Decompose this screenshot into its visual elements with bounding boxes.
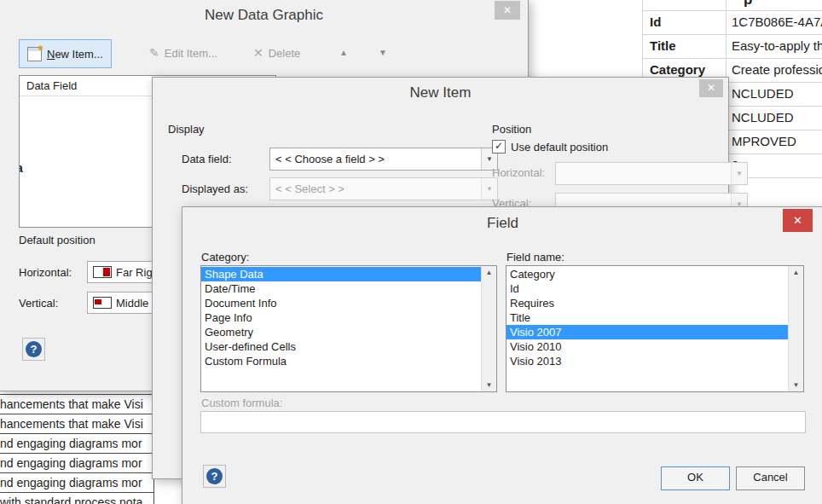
new-item-button-label: New Item... [47, 48, 103, 61]
display-group-label: Display [168, 123, 205, 136]
external-data-row[interactable]: nd engaging diagrams mor [0, 454, 153, 473]
horizontal-label: Horizontal: [19, 266, 72, 279]
field-name-label: Field name: [507, 251, 564, 264]
external-data-row[interactable]: with standard process nota [0, 493, 153, 504]
edit-icon: ✎ [149, 46, 159, 60]
vertical-label: Vertical: [19, 297, 58, 310]
delete-button[interactable]: ✕ Delete [246, 39, 308, 67]
panel-title-fragment: p [744, 0, 752, 9]
shape-data-label: Id [650, 10, 661, 34]
field-name-list-item[interactable]: Visio 2010 [507, 339, 789, 354]
field-dialog: Field ✕ Category: Shape DataDate/TimeDoc… [182, 206, 822, 504]
close-button[interactable]: ✕ [699, 79, 723, 97]
dialog-title: Field [182, 207, 822, 240]
new-item-icon: ✱ [27, 47, 42, 61]
far-right-position-icon [93, 266, 112, 278]
horizontal-label: Horizontal: [492, 166, 545, 179]
close-icon: ✕ [503, 4, 512, 16]
dialog-title: New Item [153, 78, 728, 108]
category-list-scrollbar[interactable]: ▲ ▼ [481, 266, 496, 391]
vertical-position-value: Middle [116, 297, 148, 310]
chevron-down-icon: ▼ [731, 163, 747, 184]
new-item-button[interactable]: ✱ New Item... [19, 39, 112, 68]
scroll-down-icon[interactable]: ▼ [789, 379, 803, 391]
cancel-button[interactable]: Cancel [736, 466, 805, 490]
move-down-button[interactable]: ▼ [370, 43, 396, 63]
data-field-combo[interactable]: < < Choose a field > > ▼ [269, 148, 498, 171]
field-name-list-item[interactable]: Category [507, 267, 789, 281]
displayed-as-combo[interactable]: < < Select > > ▼ [269, 177, 498, 200]
horizontal-position-value: Far Rig [116, 266, 153, 279]
field-name-list-item[interactable]: Id [507, 281, 789, 296]
external-data-window: hancements that make Visihancements that… [0, 394, 154, 504]
delete-icon: ✕ [253, 46, 263, 60]
shape-data-value-fragment: NCLUDED [732, 82, 794, 106]
new-item-titlebar[interactable]: New Item [153, 78, 728, 108]
shape-data-value-fragment: MPROVED [732, 130, 796, 154]
new-data-graphic-titlebar[interactable]: New Data Graphic [0, 0, 528, 31]
close-button[interactable]: ✕ [495, 1, 520, 20]
field-name-list-items: CategoryIdRequiresTitleVisio 2007Visio 2… [507, 267, 789, 391]
ok-button[interactable]: OK [661, 466, 730, 490]
close-icon: ✕ [793, 214, 802, 227]
close-button[interactable]: ✕ [783, 209, 813, 232]
scroll-up-icon[interactable]: ▲ [789, 266, 803, 279]
field-name-list-item[interactable]: Title [507, 310, 789, 325]
check-icon: ✓ [495, 140, 503, 152]
shape-data-value[interactable]: Easy-to-apply th [732, 34, 822, 58]
down-arrow-icon: ▼ [379, 48, 387, 57]
custom-formula-label: Custom formula: [201, 397, 282, 409]
displayed-as-label: Displayed as: [182, 182, 248, 195]
field-name-listbox[interactable]: CategoryIdRequiresTitleVisio 2007Visio 2… [506, 265, 804, 392]
middle-position-icon [93, 297, 112, 309]
external-data-row[interactable]: nd engaging diagrams mor [0, 473, 153, 493]
custom-formula-input[interactable] [200, 411, 806, 433]
shape-data-label: Title [650, 34, 676, 58]
shape-data-value[interactable]: 1C7B086E-4A7A [732, 10, 822, 34]
category-list-item[interactable]: Shape Data [201, 267, 482, 281]
dialog-title: New Data Graphic [0, 0, 528, 31]
move-up-button[interactable]: ▲ [331, 43, 356, 63]
up-arrow-icon: ▲ [339, 48, 348, 57]
external-data-row[interactable]: hancements that make Visi [0, 414, 153, 434]
help-button[interactable]: ? [203, 465, 226, 488]
category-list-item[interactable]: Date/Time [201, 281, 482, 296]
field-name-list-scrollbar[interactable]: ▲ ▼ [788, 266, 803, 391]
scroll-down-icon[interactable]: ▼ [482, 379, 496, 391]
category-list-item[interactable]: Page Info [201, 310, 482, 325]
data-field-combo-value: < < Choose a field > > [275, 153, 385, 165]
category-listbox[interactable]: Shape DataDate/TimeDocument InfoPage Inf… [200, 265, 497, 392]
use-default-position-label[interactable]: Use default position [511, 141, 608, 154]
edit-item-button[interactable]: ✎ Edit Item... [142, 39, 225, 67]
category-list-item[interactable]: User-defined Cells [201, 339, 482, 354]
category-label: Category: [201, 251, 249, 264]
field-titlebar[interactable]: Field [182, 207, 822, 240]
list-text-fragment: a [19, 161, 23, 175]
field-name-list-item[interactable]: Visio 2007 [507, 325, 789, 339]
shape-data-value-fragment: NCLUDED [732, 106, 794, 130]
external-data-row[interactable]: nd engaging diagrams mor [0, 434, 153, 454]
default-position-label: Default position [19, 234, 96, 246]
star-icon: ✱ [38, 44, 43, 52]
category-list-item[interactable]: Geometry [201, 325, 482, 339]
category-list-item[interactable]: Custom Formula [201, 354, 482, 368]
displayed-as-combo-value: < < Select > > [275, 182, 344, 195]
help-button[interactable]: ? [22, 338, 45, 361]
field-name-list-item[interactable]: Visio 2013 [507, 354, 789, 368]
screen: p Id 1C7B086E-4A7A Title Easy-to-apply t… [0, 0, 822, 504]
use-default-position-checkbox[interactable]: ✓ [492, 140, 506, 154]
scroll-up-icon[interactable]: ▲ [482, 266, 496, 279]
field-name-list-item[interactable]: Requires [507, 296, 789, 310]
shape-data-value[interactable]: Create professio [732, 58, 822, 82]
help-icon: ? [206, 468, 223, 484]
help-icon: ? [26, 341, 42, 357]
edit-item-button-label: Edit Item... [165, 47, 217, 60]
close-icon: ✕ [707, 82, 715, 94]
position-group-label: Position [492, 123, 531, 136]
data-field-label: Data field: [182, 153, 232, 165]
category-list-item[interactable]: Document Info [201, 296, 482, 310]
category-list-items: Shape DataDate/TimeDocument InfoPage Inf… [201, 267, 482, 391]
delete-button-label: Delete [269, 47, 301, 60]
horizontal-combo[interactable]: ▼ [555, 162, 748, 185]
external-data-row[interactable]: hancements that make Visi [0, 395, 153, 414]
